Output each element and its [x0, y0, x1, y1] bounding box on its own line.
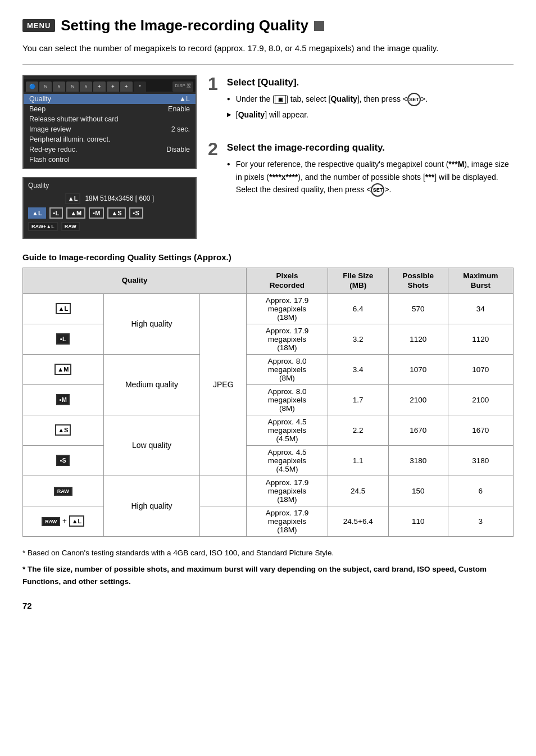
camera-tab-icon: ▣ — [275, 95, 286, 104]
col-filesize: File Size(MB) — [328, 268, 388, 293]
page-number: 72 — [22, 601, 514, 610]
shots-aS: 3180 — [388, 445, 448, 476]
step2-heading: Select the image-recording quality. — [227, 142, 514, 153]
shots-AM: 1070 — [388, 354, 448, 384]
icon-AS: ▲S — [23, 415, 104, 445]
step2-body: For your reference, the respective quali… — [227, 158, 514, 197]
menu-item-release: Release shutter without card — [24, 114, 196, 124]
pixels-AL: Approx. 17.9megapixels(18M) — [247, 293, 328, 324]
burst-AS: 1670 — [448, 415, 513, 445]
notes-section: * Based on Canon's testing standards wit… — [22, 547, 514, 588]
size-aS: 1.1 — [328, 445, 388, 476]
cam-tab-9: * — [134, 82, 146, 92]
quality-selected-row: ▲L 18M 5184x3456 [ 600 ] — [28, 193, 191, 204]
q-btn-aM[interactable]: ▪M — [89, 207, 104, 219]
q-btn-aL[interactable]: ▪L — [49, 207, 63, 219]
shots-rawAL: 110 — [388, 506, 448, 536]
step1-arrow: [Quality] will appear. — [227, 108, 428, 121]
shots-AS: 1670 — [388, 415, 448, 445]
q-btn-rawAL[interactable]: RAW+▲L — [28, 222, 58, 231]
step1-number: 1 — [208, 75, 218, 124]
burst-AM: 1070 — [448, 354, 513, 384]
pixels-aL: Approx. 17.9megapixels(18M) — [247, 324, 328, 354]
icon-aL: ▪L — [23, 324, 104, 354]
set-button-1: SET — [407, 93, 421, 106]
quality-low: Low quality — [103, 415, 200, 476]
menu-item-beep: Beep Enable — [24, 104, 196, 114]
size-aM: 1.7 — [328, 384, 388, 415]
step2-block: 2 Select the image-recording quality. Fo… — [208, 140, 514, 199]
pixels-aS: Approx. 4.5megapixels(4.5M) — [247, 445, 328, 476]
menu-badge: MENU — [22, 19, 55, 32]
divider — [22, 64, 514, 65]
pixels-AS: Approx. 4.5megapixels(4.5M) — [247, 415, 328, 445]
table-row: ▪S Approx. 4.5megapixels(4.5M) 1.1 3180 … — [23, 445, 514, 476]
step1-heading: Select [Quality]. — [227, 77, 428, 88]
quality-table: Quality PixelsRecorded File Size(MB) Pos… — [22, 268, 514, 537]
q-btn-aS[interactable]: ▪S — [129, 207, 143, 219]
size-rawAL: 24.5+6.4 — [328, 506, 388, 536]
burst-raw: 6 — [448, 476, 513, 506]
icon-AL: ▲L — [23, 293, 104, 324]
format-raw — [200, 476, 247, 506]
cam-tab-4: 5 — [66, 82, 79, 92]
cam-tab-2: 5 — [39, 82, 52, 92]
quality-menu-title: Quality — [28, 182, 191, 189]
menu-item-quality: Quality ▲L — [24, 94, 196, 104]
shots-raw: 150 — [388, 476, 448, 506]
icon-rawAL: RAW + ▲L — [23, 506, 104, 536]
burst-aS: 3180 — [448, 445, 513, 476]
format-jpeg: JPEG — [200, 293, 247, 476]
note1: * Based on Canon's testing standards wit… — [22, 547, 514, 559]
step-right-column: 1 Select [Quality]. Under the [▣] tab, s… — [208, 75, 514, 239]
burst-aL: 1120 — [448, 324, 513, 354]
quality-menu-step2: Quality ▲L 18M 5184x3456 [ 600 ] ▲L ▪L ▲… — [22, 177, 197, 239]
size-AM: 3.4 — [328, 354, 388, 384]
size-aL: 3.2 — [328, 324, 388, 354]
icon-aS: ▪S — [23, 445, 104, 476]
shots-AL: 570 — [388, 293, 448, 324]
q-btn-AL[interactable]: ▲L — [28, 207, 46, 219]
quality-high: High quality — [103, 293, 200, 354]
menu-item-redeye: Red-eye reduc. Disable — [24, 144, 196, 155]
guide-title: Guide to Image-recording Quality Setting… — [22, 252, 514, 262]
page-title: Setting the Image-recording Quality — [61, 17, 308, 34]
cam-tab-5: 5 — [80, 82, 92, 92]
step1-block: 1 Select [Quality]. Under the [▣] tab, s… — [208, 75, 514, 124]
size-raw: 24.5 — [328, 476, 388, 506]
burst-AL: 34 — [448, 293, 513, 324]
table-row: ▲S Low quality Approx. 4.5megapixels(4.5… — [23, 415, 514, 445]
table-row: RAW + ▲L Approx. 17.9megapixels(18M) 24.… — [23, 506, 514, 536]
icon-aM: ▪M — [23, 384, 104, 415]
col-burst: MaximumBurst — [448, 268, 513, 293]
camera-menu-step1: 🔵 5 5 5 5 ✦ ✦ ✦ * DISP 翌 Quality ▲L Beep… — [22, 75, 197, 169]
step-left-column: 🔵 5 5 5 5 ✦ ✦ ✦ * DISP 翌 Quality ▲L Beep… — [22, 75, 197, 239]
note2: * The file size, number of possible shot… — [22, 563, 514, 587]
col-quality: Quality — [23, 268, 247, 293]
q-btn-raw[interactable]: RAW — [61, 222, 80, 231]
step1-bullet1: Under the [▣] tab, select [Quality], the… — [227, 93, 428, 106]
step1-body: Under the [▣] tab, select [Quality], the… — [227, 93, 428, 121]
title-block-icon — [314, 21, 324, 31]
table-row: RAW High quality Approx. 17.9megapixels(… — [23, 476, 514, 506]
table-row: ▪M Approx. 8.0megapixels(8M) 1.7 2100 21… — [23, 384, 514, 415]
page-title-row: MENU Setting the Image-recording Quality — [22, 17, 514, 34]
format-rawAL — [200, 506, 247, 536]
cam-tab-1: 🔵 — [26, 82, 38, 92]
step2-bullet1: For your reference, the respective quali… — [227, 158, 514, 197]
q-btn-AM[interactable]: ▲M — [66, 207, 85, 219]
pixels-raw: Approx. 17.9megapixels(18M) — [247, 476, 328, 506]
quality-selected-icon: ▲L — [65, 193, 81, 204]
table-row: ▲L High quality JPEG Approx. 17.9megapix… — [23, 293, 514, 324]
steps-container: 🔵 5 5 5 5 ✦ ✦ ✦ * DISP 翌 Quality ▲L Beep… — [22, 75, 514, 239]
menu-item-peripheral: Peripheral illumin. correct. — [24, 134, 196, 144]
q-btn-AS[interactable]: ▲S — [107, 207, 125, 219]
intro-text: You can select the number of megapixels … — [22, 42, 514, 55]
shots-aL: 1120 — [388, 324, 448, 354]
pixels-aM: Approx. 8.0megapixels(8M) — [247, 384, 328, 415]
shots-aM: 2100 — [388, 384, 448, 415]
cam-tab-6: ✦ — [93, 82, 106, 92]
step2-content: Select the image-recording quality. For … — [227, 140, 514, 199]
menu-item-flash: Flash control — [24, 155, 196, 165]
icon-AM: ▲M — [23, 354, 104, 384]
